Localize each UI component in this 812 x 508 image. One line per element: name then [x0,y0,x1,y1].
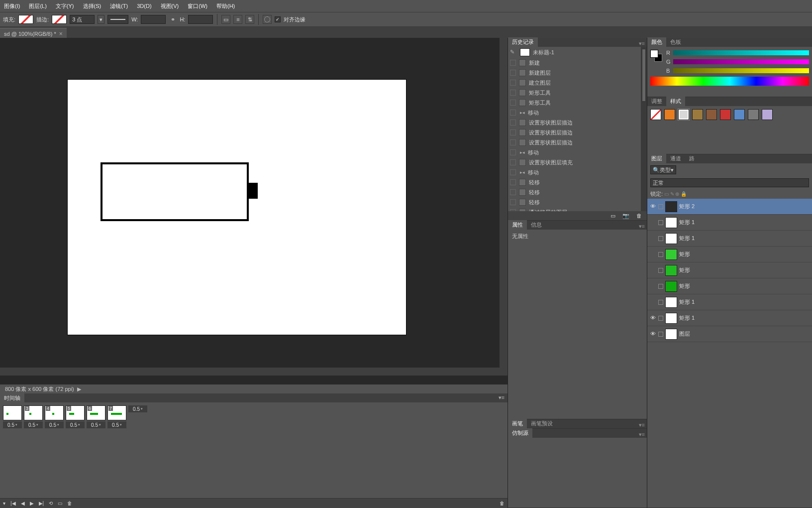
g-slider[interactable] [673,59,809,64]
frame-thumb[interactable]: 5 [66,405,85,420]
layer-row[interactable]: 矩形 [647,278,812,294]
timeline-tab[interactable]: 时间轴 [0,393,24,402]
b-slider[interactable] [673,68,809,73]
layer-row[interactable]: 👁矩形 1 [647,310,812,326]
frame-duration[interactable]: 0.5 [87,421,105,428]
frame-duration[interactable]: 0.5 [66,421,85,428]
delete-icon[interactable]: 🗑 [500,501,505,506]
layer-thumb[interactable] [665,281,677,292]
layer-name[interactable]: 矩形 [679,282,690,290]
menu-image[interactable]: 图像(I) [4,2,20,10]
stroke-swatch[interactable] [52,15,67,24]
create-document-icon[interactable]: ▭ [610,213,615,219]
color-spectrum[interactable] [650,77,809,86]
layer-name[interactable]: 矩形 1 [679,298,695,306]
mask-link-icon[interactable] [658,220,663,225]
history-item[interactable]: 通过拷贝的图层 [508,207,647,211]
visibility-icon[interactable]: 👁 [649,315,656,322]
history-item[interactable]: 设置形状图层描边 [508,118,647,127]
new-frame-button[interactable]: ▭ [58,501,62,506]
styles-tab[interactable]: 样式 [666,97,685,106]
link-icon[interactable]: ⚭ [169,15,177,23]
path-ops-icon[interactable]: ▭ [221,15,230,24]
adjustments-tab[interactable]: 调整 [647,97,666,106]
history-checkbox[interactable] [510,70,516,76]
history-item[interactable]: 轻移 [508,187,647,197]
history-item[interactable]: 设置形状图层填充 [508,157,647,167]
history-item[interactable]: 建立图层 [508,78,647,88]
timeline-frame[interactable]: 0.5 [3,405,22,428]
r-slider[interactable] [673,50,809,55]
close-icon[interactable]: × [59,30,63,37]
mask-link-icon[interactable] [658,204,663,209]
history-checkbox[interactable] [510,120,516,126]
layers-tab[interactable]: 图层 [647,154,666,163]
timeline-options-icon[interactable]: ▾≡ [499,394,505,401]
menu-select[interactable]: 选择(S) [83,2,102,10]
history-checkbox[interactable] [510,169,516,175]
play-button[interactable]: ▶ [30,501,34,506]
fill-swatch[interactable] [18,15,33,24]
style-swatch[interactable] [706,109,717,120]
layer-name[interactable]: 矩形 1 [679,235,695,242]
align-edges-checkbox[interactable]: ✓ [275,16,281,22]
menu-help[interactable]: 帮助(H) [216,2,235,10]
visibility-icon[interactable] [649,267,656,274]
scrollbar-vertical[interactable] [500,38,508,376]
history-item[interactable]: 矩形工具 [508,88,647,98]
layer-filter-dropdown[interactable]: 🔍 类型 ▾ [650,165,676,174]
mask-link-icon[interactable] [658,236,663,241]
timeline-frame[interactable]: 60.5 [87,405,105,428]
loop-dropdown[interactable]: ▾ [3,501,5,506]
timeline-frame[interactable]: 50.5 [66,405,85,428]
layer-row[interactable]: 矩形 [647,247,812,262]
layer-name[interactable]: 矩形 [679,266,690,274]
history-scrollbar[interactable] [641,47,647,211]
mask-link-icon[interactable] [658,300,663,305]
menu-type[interactable]: 文字(Y) [56,2,74,10]
style-swatch[interactable] [748,109,759,120]
brush-tab[interactable]: 画笔 [508,419,527,428]
layer-name[interactable]: 矩形 2 [679,203,695,210]
align-icon[interactable]: ≡ [233,15,242,24]
info-tab[interactable]: 信息 [527,220,546,230]
prev-frame-button[interactable]: ◀ [21,501,25,506]
delete-frame-button[interactable]: 🗑 [67,501,72,506]
delete-icon[interactable]: 🗑 [636,213,642,219]
frame-thumb[interactable]: 7 [107,405,126,420]
layer-row[interactable]: 矩形 [647,262,812,278]
history-checkbox[interactable] [510,60,516,66]
layer-row[interactable]: 矩形 1 [647,294,812,310]
frame-duration[interactable]: 0.5 [107,421,126,428]
layer-row[interactable]: 矩形 1 [647,231,812,247]
history-item[interactable]: ▸◂移动 [508,147,647,157]
history-checkbox[interactable] [510,209,516,211]
layer-row[interactable]: 矩形 1 [647,215,812,231]
next-frame-button[interactable]: ▶| [39,501,44,506]
history-item[interactable]: 新建 [508,58,647,68]
layer-thumb[interactable] [665,297,677,308]
layer-thumb[interactable] [665,329,677,340]
history-item[interactable]: 轻移 [508,197,647,207]
history-checkbox[interactable] [510,80,516,86]
panel-menu-icon[interactable]: ▾≡ [637,431,647,438]
style-swatch[interactable] [664,109,675,120]
style-swatch[interactable] [650,109,661,120]
stroke-style-dropdown[interactable] [107,15,128,24]
frame-thumb[interactable]: 3 [24,405,43,420]
layer-thumb[interactable] [665,249,677,260]
arrange-icon[interactable]: ⇅ [245,15,254,24]
style-swatch[interactable] [762,109,773,120]
history-checkbox[interactable] [510,159,516,165]
paths-tab[interactable]: 路 [685,154,699,163]
channels-tab[interactable]: 通道 [666,154,685,163]
layer-name[interactable]: 矩形 1 [679,314,695,322]
history-tab[interactable]: 历史记录 [508,37,538,47]
style-swatch[interactable] [678,109,689,120]
canvas-area[interactable] [0,38,508,384]
mask-link-icon[interactable] [658,284,663,289]
tween-button[interactable]: ⟲ [49,501,53,506]
first-frame-button[interactable]: |◀ [10,501,16,506]
layer-row[interactable]: 👁矩形 2 [647,199,812,215]
history-item[interactable]: 设置形状图层描边 [508,127,647,137]
